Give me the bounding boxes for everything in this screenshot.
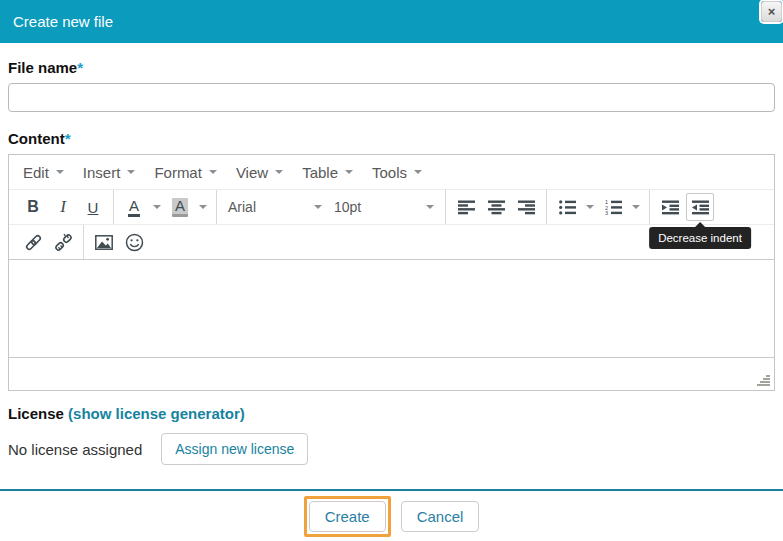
file-name-label: File name* — [8, 59, 775, 76]
bold-button[interactable]: B — [19, 193, 47, 221]
remove-link-button[interactable] — [49, 228, 77, 256]
menu-format[interactable]: Format — [146, 160, 225, 185]
chevron-down-icon — [56, 170, 64, 174]
increase-indent-button[interactable] — [656, 193, 684, 221]
align-right-icon — [518, 200, 535, 215]
decrease-indent-button[interactable]: Decrease indent — [686, 193, 714, 221]
chevron-down-icon — [153, 205, 161, 209]
editor-content-area[interactable] — [9, 259, 774, 357]
license-row: No license assigned Assign new license — [8, 433, 775, 465]
modal-body: File name* Content* Edit Insert Format V… — [0, 59, 783, 465]
background-color-dropdown[interactable] — [195, 193, 211, 221]
underline-icon: U — [88, 199, 99, 216]
file-name-input[interactable] — [8, 83, 775, 112]
increase-indent-icon — [662, 200, 679, 215]
bullet-list-dropdown[interactable] — [582, 193, 598, 221]
text-color-icon: A — [128, 198, 140, 217]
font-size-select[interactable]: 10pt — [328, 193, 440, 221]
license-status-text: No license assigned — [8, 441, 142, 458]
decrease-indent-tooltip: Decrease indent — [649, 227, 751, 249]
assign-new-license-button[interactable]: Assign new license — [161, 433, 308, 465]
chevron-down-icon — [314, 205, 322, 209]
link-icon — [24, 233, 43, 252]
chevron-down-icon — [414, 170, 422, 174]
editor-menubar: Edit Insert Format View Table Tools — [9, 155, 774, 189]
close-button[interactable]: × — [761, 1, 782, 22]
editor-status-bar — [9, 357, 774, 390]
insert-link-button[interactable] — [19, 228, 47, 256]
menu-table[interactable]: Table — [294, 160, 361, 185]
chevron-down-icon — [199, 205, 207, 209]
unlink-icon — [54, 233, 73, 252]
chevron-down-icon — [426, 205, 434, 209]
bullet-list-button[interactable] — [553, 193, 581, 221]
create-button-highlight: Create — [304, 496, 391, 537]
text-color-dropdown[interactable] — [149, 193, 165, 221]
align-left-icon — [458, 200, 475, 215]
italic-icon: I — [60, 197, 66, 217]
required-asterisk: * — [77, 59, 83, 76]
modal-footer: Create Cancel — [0, 489, 783, 541]
font-family-select[interactable]: Arial — [222, 193, 328, 221]
editor-toolbar-formatting: B I U A A Arial 10pt — [9, 189, 774, 224]
numbered-list-dropdown[interactable] — [628, 193, 644, 221]
numbered-list-button[interactable]: 123 — [599, 193, 627, 221]
menu-view[interactable]: View — [228, 160, 291, 185]
chevron-down-icon — [632, 205, 640, 209]
cancel-button[interactable]: Cancel — [401, 501, 480, 532]
image-icon — [95, 235, 113, 250]
background-color-icon: A — [172, 198, 188, 217]
menu-tools[interactable]: Tools — [364, 160, 430, 185]
text-color-button[interactable]: A — [120, 193, 148, 221]
svg-text:3: 3 — [605, 210, 608, 215]
required-asterisk: * — [65, 130, 71, 147]
license-label: License (show license generator) — [8, 405, 775, 422]
modal-title: Create new file — [13, 13, 113, 30]
menu-edit[interactable]: Edit — [15, 160, 72, 185]
align-right-button[interactable] — [512, 193, 540, 221]
show-license-generator-link[interactable]: (show license generator) — [68, 405, 245, 422]
numbered-list-icon: 123 — [605, 200, 622, 215]
chevron-down-icon — [209, 170, 217, 174]
chevron-down-icon — [586, 205, 594, 209]
italic-button[interactable]: I — [49, 193, 77, 221]
menu-insert[interactable]: Insert — [75, 160, 144, 185]
emoticon-icon — [125, 233, 144, 252]
bold-icon: B — [27, 198, 39, 216]
chevron-down-icon — [275, 170, 283, 174]
align-center-icon — [488, 200, 505, 215]
bullet-list-icon — [559, 200, 576, 215]
insert-emoticon-button[interactable] — [120, 228, 148, 256]
background-color-button[interactable]: A — [166, 193, 194, 221]
create-button[interactable]: Create — [309, 501, 386, 532]
chevron-down-icon — [345, 170, 353, 174]
close-icon: × — [768, 4, 776, 19]
decrease-indent-icon — [692, 200, 709, 215]
underline-button[interactable]: U — [79, 193, 107, 221]
align-center-button[interactable] — [482, 193, 510, 221]
resize-handle[interactable] — [757, 375, 770, 386]
content-label: Content* — [8, 130, 775, 147]
insert-image-button[interactable] — [90, 228, 118, 256]
create-new-file-modal: Create new file × File name* Content* Ed… — [0, 0, 783, 541]
align-left-button[interactable] — [452, 193, 480, 221]
rich-text-editor: Edit Insert Format View Table Tools B I … — [8, 154, 775, 391]
modal-header: Create new file — [0, 0, 783, 43]
chevron-down-icon — [127, 170, 135, 174]
